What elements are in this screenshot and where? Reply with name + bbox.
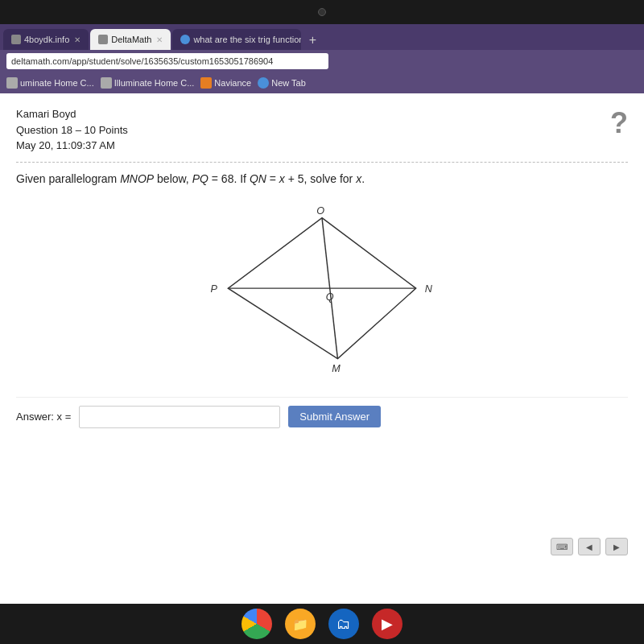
page-content: Kamari Boyd Question 18 – 10 Points May … bbox=[0, 93, 644, 604]
new-tab-button[interactable]: + bbox=[303, 31, 322, 50]
answer-input[interactable] bbox=[79, 406, 280, 428]
question-header: Kamari Boyd Question 18 – 10 Points May … bbox=[16, 106, 628, 154]
answer-area: Answer: x = Submit Answer bbox=[16, 397, 628, 428]
camera-dot bbox=[318, 8, 326, 16]
bookmark-label-1: uminate Home C... bbox=[20, 78, 94, 88]
student-info: Kamari Boyd Question 18 – 10 Points May … bbox=[16, 106, 128, 154]
tab-google[interactable]: what are the six trig functions ✕ bbox=[172, 29, 301, 50]
svg-text:O: O bbox=[316, 204, 324, 216]
tab-favicon-3 bbox=[180, 35, 190, 44]
keyboard-icon-btn[interactable]: ⌨ bbox=[551, 538, 573, 555]
bookmark-label-2: Illuminate Home C... bbox=[114, 78, 195, 88]
toolbar-icons: ⌨ ◀ ▶ bbox=[551, 538, 628, 555]
address-input[interactable] bbox=[6, 53, 328, 69]
tab-label-2: DeltaMath bbox=[111, 35, 151, 44]
tab-favicon-2 bbox=[98, 35, 108, 44]
bookmark-label-naviance: Naviance bbox=[214, 78, 251, 88]
bookmark-icon-naviance bbox=[200, 77, 212, 89]
browser-window: 4boydk.info ✕ DeltaMath ✕ what are the s… bbox=[0, 24, 644, 604]
bookmark-illuminate2[interactable]: Illuminate Home C... bbox=[101, 77, 195, 89]
divider bbox=[16, 162, 628, 163]
bookmark-newtab[interactable]: New Tab bbox=[258, 77, 306, 89]
play-icon[interactable]: ▶ bbox=[372, 609, 402, 639]
student-name: Kamari Boyd bbox=[16, 106, 128, 122]
folder-icon[interactable]: 🗂 bbox=[328, 609, 359, 639]
history-back-btn[interactable]: ◀ bbox=[578, 538, 601, 555]
bookmark-naviance[interactable]: Naviance bbox=[200, 77, 251, 89]
chrome-icon[interactable] bbox=[242, 609, 272, 639]
header-row: Kamari Boyd Question 18 – 10 Points May … bbox=[16, 106, 628, 154]
svg-text:N: N bbox=[425, 283, 433, 295]
bookmark-illuminate1[interactable]: uminate Home C... bbox=[6, 77, 94, 89]
submit-button[interactable]: Submit Answer bbox=[288, 406, 381, 427]
camera-bar bbox=[0, 0, 644, 24]
history-fwd-btn[interactable]: ▶ bbox=[605, 538, 628, 555]
files-icon[interactable]: 📁 bbox=[285, 609, 316, 639]
answer-label: Answer: x = bbox=[16, 411, 71, 423]
bookmarks-bar: uminate Home C... Illuminate Home C... N… bbox=[0, 72, 644, 93]
bookmark-icon-1 bbox=[6, 77, 18, 89]
question-number: Question 18 – 10 Points bbox=[16, 122, 128, 138]
help-icon[interactable]: ? bbox=[610, 106, 628, 140]
tab-label-3: what are the six trig functions bbox=[193, 35, 301, 44]
bookmark-label-newtab: New Tab bbox=[271, 78, 306, 88]
bookmark-icon-newtab bbox=[258, 77, 269, 89]
tab-4boydk[interactable]: 4boydk.info ✕ bbox=[3, 29, 89, 50]
tab-close-2[interactable]: ✕ bbox=[156, 35, 163, 44]
taskbar: 📁 🗂 ▶ bbox=[0, 604, 644, 644]
tab-label-1: 4boydk.info bbox=[24, 35, 69, 44]
bookmark-icon-2 bbox=[101, 77, 112, 89]
svg-text:M: M bbox=[332, 363, 341, 374]
address-bar bbox=[0, 50, 644, 72]
svg-text:Q: Q bbox=[326, 291, 334, 302]
tab-favicon-1 bbox=[11, 35, 21, 44]
tab-bar: 4boydk.info ✕ DeltaMath ✕ what are the s… bbox=[0, 24, 644, 50]
diagram-area: O P M N Q bbox=[16, 204, 628, 381]
tab-close-1[interactable]: ✕ bbox=[74, 35, 80, 44]
timestamp: May 20, 11:09:37 AM bbox=[16, 138, 128, 154]
tab-deltamath[interactable]: DeltaMath ✕ bbox=[90, 29, 171, 50]
svg-text:P: P bbox=[211, 283, 218, 295]
question-text: Given parallelogram MNOP below, PQ = 68.… bbox=[16, 171, 628, 188]
parallelogram-diagram: O P M N Q bbox=[181, 204, 463, 381]
